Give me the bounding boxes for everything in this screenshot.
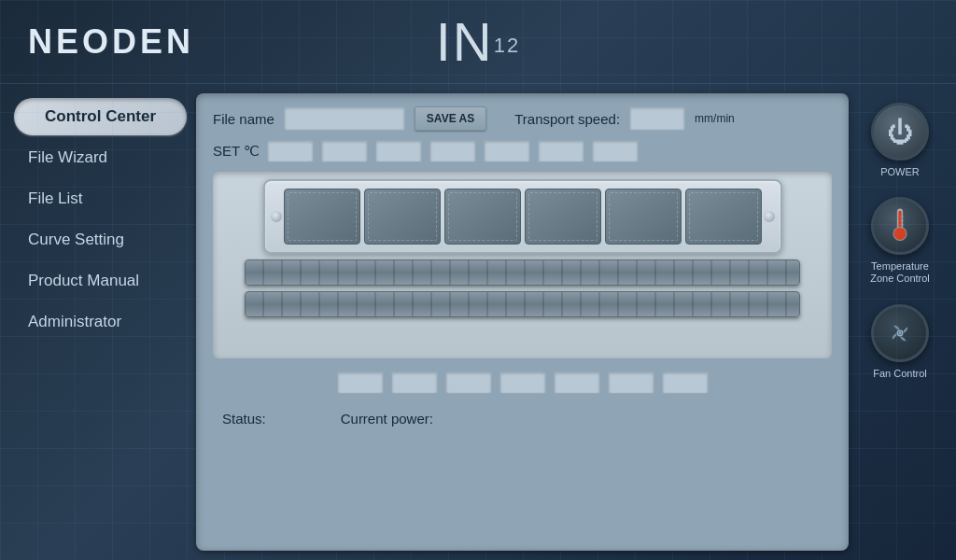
sidebar-item-file-wizard[interactable]: File Wizard	[14, 139, 187, 176]
bottom-zone-row	[213, 368, 832, 398]
transport-speed-input[interactable]	[629, 106, 685, 131]
brand-model: IN 12	[436, 15, 520, 69]
bottom-zone-input-5[interactable]	[554, 371, 600, 394]
control-panel: File name SAVE AS Transport speed: mm/mi…	[196, 93, 849, 551]
model-in: IN	[436, 15, 494, 69]
heating-zone-1	[284, 189, 360, 245]
thermometer-svg	[887, 206, 913, 245]
oven-knob-left	[271, 211, 282, 222]
transport-unit: mm/min	[695, 112, 735, 125]
svg-point-8	[899, 331, 901, 333]
transport-speed-label: Transport speed:	[514, 111, 620, 127]
heating-zone-6	[685, 189, 762, 245]
heating-zone-2	[364, 189, 441, 245]
power-circle-icon[interactable]	[871, 103, 929, 161]
oven-bottom-body	[245, 291, 800, 317]
bottom-zone-input-1[interactable]	[337, 371, 384, 394]
file-name-label: File name	[213, 111, 274, 127]
sidebar: Control Center File Wizard File List Cur…	[14, 93, 187, 551]
status-label: Status:	[222, 411, 266, 427]
sidebar-item-administrator[interactable]: Administrator	[14, 303, 187, 341]
heating-zone-5	[605, 189, 682, 245]
heating-zone-4	[525, 189, 601, 245]
sidebar-item-file-list[interactable]: File List	[14, 180, 187, 217]
oven-body-top	[263, 179, 782, 254]
power-button-group[interactable]: POWER	[865, 103, 935, 178]
bottom-zone-input-7[interactable]	[662, 371, 709, 394]
sidebar-item-curve-setting[interactable]: Curve Setting	[14, 221, 187, 259]
zone-input-1[interactable]	[267, 140, 314, 162]
file-name-input[interactable]	[284, 106, 405, 131]
zone-input-2[interactable]	[321, 140, 368, 162]
oven-area	[213, 172, 832, 358]
zone-input-6[interactable]	[538, 140, 584, 162]
zone-input-5[interactable]	[484, 140, 530, 162]
temp-zone-label: Temperature Zone Control	[870, 260, 930, 285]
bottom-zone-input-6[interactable]	[608, 371, 654, 394]
oven-top	[220, 179, 824, 254]
heating-zone-3	[444, 189, 521, 245]
save-as-button[interactable]: SAVE AS	[415, 106, 486, 131]
sidebar-item-control-center[interactable]: Control Center	[14, 98, 187, 135]
sidebar-item-product-manual[interactable]: Product Manual	[14, 262, 187, 300]
temp-zone-button-group[interactable]: Temperature Zone Control	[865, 197, 935, 285]
fan-control-label: Fan Control	[873, 368, 926, 380]
status-row: Status: Current power:	[213, 407, 832, 430]
svg-point-2	[893, 228, 907, 241]
fan-control-button-group[interactable]: Fan Control	[865, 304, 935, 380]
bottom-zone-input-3[interactable]	[445, 371, 492, 394]
bottom-zone-input-4[interactable]	[499, 371, 546, 394]
oven-knob-right	[764, 211, 775, 222]
main-layout: Control Center File Wizard File List Cur…	[0, 84, 956, 560]
fan-icon-circle[interactable]	[871, 304, 929, 362]
zone-input-7[interactable]	[592, 140, 639, 162]
model-num: 12	[494, 34, 520, 58]
set-celsius-row: SET ℃	[213, 140, 832, 162]
fan-svg	[884, 317, 916, 349]
zone-input-4[interactable]	[429, 140, 476, 162]
brand-name: NEODEN	[28, 22, 194, 62]
file-row: File name SAVE AS Transport speed: mm/mi…	[213, 106, 832, 131]
temp-zone-icon[interactable]	[871, 197, 929, 255]
set-celsius-label: SET ℃	[213, 143, 260, 160]
power-label: POWER	[880, 166, 920, 178]
zone-input-3[interactable]	[375, 140, 422, 162]
conveyor-belt	[245, 259, 800, 286]
svg-rect-1	[898, 210, 902, 229]
header: NEODEN IN 12	[0, 0, 956, 84]
right-panel: POWER Temperature Zone Control	[858, 93, 942, 551]
current-power-label: Current power:	[341, 411, 433, 427]
bottom-zone-input-2[interactable]	[391, 371, 438, 394]
